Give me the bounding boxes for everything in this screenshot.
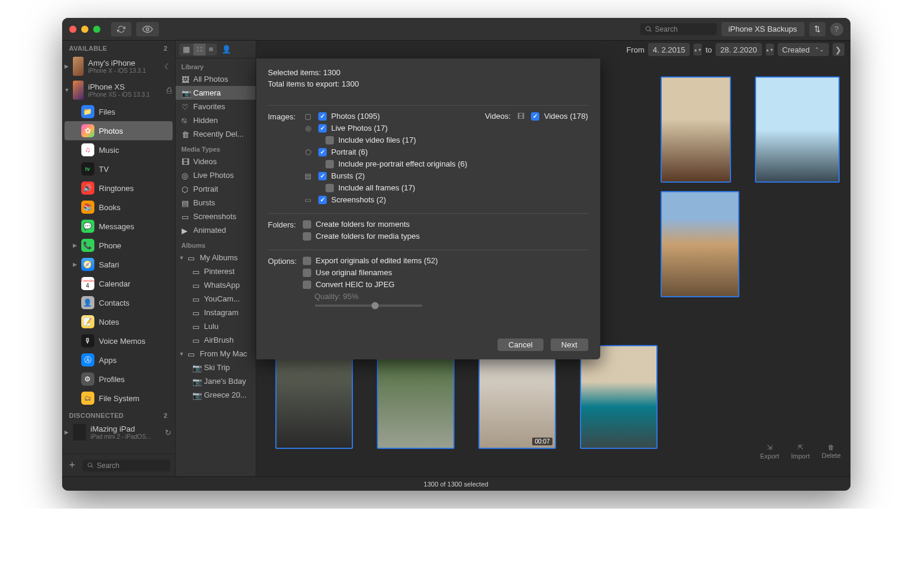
- photo-thumb[interactable]: [580, 345, 658, 449]
- person-icon[interactable]: 👤: [222, 45, 231, 54]
- sidebar-item-calendar[interactable]: Tuesday4Calendar: [65, 274, 173, 293]
- sidebar-item-profiles[interactable]: ⚙Profiles: [65, 370, 173, 389]
- global-search-input[interactable]: Search: [640, 23, 717, 35]
- photos-checkbox[interactable]: [318, 112, 327, 121]
- album-janes-bday[interactable]: 📷Jane's Bday: [176, 374, 256, 388]
- delete-button[interactable]: 🗑Delete: [822, 444, 841, 460]
- close-window-button[interactable]: [69, 26, 76, 33]
- media-live-photos[interactable]: ◎Live Photos: [176, 168, 256, 182]
- to-date-input[interactable]: 28. 2.2020: [716, 43, 761, 56]
- include-video-checkbox[interactable]: [326, 136, 334, 144]
- portrait-checkbox[interactable]: [318, 148, 327, 156]
- album-whatsapp[interactable]: ▭WhatsApp: [176, 278, 256, 292]
- device-amys-iphone[interactable]: ▶ Amy's iPhone iPhone X - iOS 13.3.1 ☾: [62, 54, 175, 78]
- from-date-input[interactable]: 4. 2.2015: [648, 43, 690, 56]
- media-bursts[interactable]: ▤Bursts: [176, 196, 256, 210]
- slider-knob[interactable]: [371, 302, 379, 309]
- album-lulu[interactable]: ▭Lulu: [176, 319, 256, 333]
- sidebar-item-ringtones[interactable]: 🔊Ringtones: [65, 178, 173, 198]
- from-label: From: [627, 45, 644, 54]
- next-button[interactable]: Next: [551, 338, 588, 351]
- calendar-icon: Tuesday4: [81, 277, 94, 290]
- library-favorites[interactable]: ♡Favorites: [176, 100, 256, 113]
- livephotos-checkbox[interactable]: [318, 124, 327, 133]
- export-originals-checkbox[interactable]: [303, 257, 311, 265]
- sidebar-item-apps[interactable]: ⒶApps: [65, 350, 173, 370]
- chevron-down-icon[interactable]: ▼: [179, 255, 185, 261]
- preview-button[interactable]: [136, 22, 159, 36]
- sidebar-item-voice-memos[interactable]: 🎙Voice Memos: [65, 331, 173, 350]
- sidebar-item-files[interactable]: 📁Files: [65, 102, 173, 121]
- from-date-stepper[interactable]: ▲▼: [693, 44, 702, 56]
- sidebar-item-notes[interactable]: 📝Notes: [65, 312, 173, 331]
- photo-thumb[interactable]: [755, 76, 840, 183]
- media-screenshots[interactable]: ▭Screenshots: [176, 210, 256, 223]
- sidebar-item-messages[interactable]: 💬Messages: [65, 217, 173, 236]
- use-filenames-checkbox[interactable]: [303, 269, 311, 277]
- collapse-button[interactable]: ❯: [833, 43, 845, 56]
- view-list-icon[interactable]: ≡: [205, 44, 217, 56]
- sidebar-item-safari[interactable]: ▶🧭Safari: [65, 255, 173, 274]
- bursts-checkbox[interactable]: [318, 172, 327, 180]
- transfer-button[interactable]: ⇅: [809, 22, 825, 36]
- library-camera[interactable]: 📷Camera: [176, 86, 256, 100]
- photo-thumb[interactable]: [275, 345, 353, 449]
- sidebar-search-input[interactable]: Search: [82, 460, 170, 472]
- sidebar-item-music[interactable]: ♫Music: [65, 140, 173, 159]
- chevron-right-icon[interactable]: ▶: [73, 242, 77, 248]
- sidebar-item-filesystem[interactable]: 🗂File System: [65, 389, 173, 408]
- to-date-stepper[interactable]: ▲▼: [766, 44, 774, 56]
- add-button[interactable]: +: [67, 459, 78, 472]
- include-preportrait-checkbox[interactable]: [326, 160, 334, 168]
- sidebar-item-tv[interactable]: tvTV: [65, 159, 173, 178]
- quality-slider[interactable]: [315, 304, 422, 307]
- album-pinterest[interactable]: ▭Pinterest: [176, 264, 256, 278]
- cancel-button[interactable]: Cancel: [498, 338, 543, 351]
- help-button[interactable]: ?: [830, 23, 843, 36]
- photo-thumb[interactable]: 00:07: [478, 345, 556, 449]
- album-instagram[interactable]: ▭Instagram: [176, 306, 256, 319]
- view-segmented-control[interactable]: ▦ ∷ ≡: [179, 44, 217, 56]
- album-airbrush[interactable]: ▭AirBrush: [176, 333, 256, 347]
- sidebar-item-contacts[interactable]: 👤Contacts: [65, 293, 173, 312]
- minimize-window-button[interactable]: [81, 26, 88, 33]
- refresh-button[interactable]: [111, 22, 131, 36]
- view-mosaic-icon[interactable]: ▦: [179, 44, 194, 56]
- media-videos[interactable]: 🎞Videos: [176, 155, 256, 168]
- album-ski-trip[interactable]: 📷Ski Trip: [176, 361, 256, 374]
- chevron-right-icon[interactable]: ▶: [73, 261, 77, 267]
- videos-checkbox[interactable]: [531, 112, 539, 121]
- view-grid-icon[interactable]: ∷: [194, 44, 205, 56]
- convert-heic-checkbox[interactable]: [303, 281, 311, 289]
- import-button[interactable]: ⇱Import: [791, 444, 810, 460]
- device-iphone-xs[interactable]: ▼ iPhone XS iPhone XS - iOS 13.3.1 ⎙: [62, 78, 175, 102]
- chevron-right-icon[interactable]: ▶: [65, 429, 69, 435]
- albums-from-my-mac[interactable]: ▼▭From My Mac: [176, 347, 256, 361]
- device-backups-button[interactable]: iPhone XS Backups: [721, 22, 804, 36]
- device-imazing-ipad[interactable]: ▶ iMazing iPad iPad mini 2 - iPadOS... ↻: [62, 421, 175, 443]
- album-youcam[interactable]: ▭YouCam...: [176, 292, 256, 306]
- library-all-photos[interactable]: 🖼All Photos: [176, 72, 256, 86]
- sidebar-item-photos[interactable]: ✿Photos: [65, 121, 173, 140]
- sidebar-item-books[interactable]: 📚Books: [65, 198, 173, 217]
- chevron-right-icon[interactable]: ▶: [65, 63, 69, 69]
- album-greece[interactable]: 📷Greece 20...: [176, 388, 256, 402]
- media-portrait[interactable]: ⬡Portrait: [176, 182, 256, 196]
- chevron-down-icon[interactable]: ▼: [65, 87, 70, 93]
- photo-thumb[interactable]: [661, 191, 739, 297]
- chevron-down-icon[interactable]: ▼: [179, 351, 185, 357]
- media-animated[interactable]: ▶Animated: [176, 223, 256, 237]
- albums-my-albums[interactable]: ▼▭My Albums: [176, 251, 256, 264]
- maximize-window-button[interactable]: [93, 26, 100, 33]
- sidebar-item-phone[interactable]: ▶📞Phone: [65, 236, 173, 255]
- photo-thumb[interactable]: [661, 76, 731, 183]
- export-button[interactable]: ⇲Export: [760, 444, 779, 460]
- library-hidden[interactable]: ⦰Hidden: [176, 113, 256, 127]
- library-recently-deleted[interactable]: 🗑Recently Del...: [176, 127, 256, 141]
- folders-media-checkbox[interactable]: [303, 232, 311, 241]
- screenshots-checkbox[interactable]: [318, 196, 327, 204]
- photo-thumb[interactable]: [377, 345, 455, 449]
- include-frames-checkbox[interactable]: [326, 184, 334, 192]
- folders-moments-checkbox[interactable]: [303, 220, 311, 229]
- sort-dropdown[interactable]: Created⌃⌄: [778, 43, 829, 56]
